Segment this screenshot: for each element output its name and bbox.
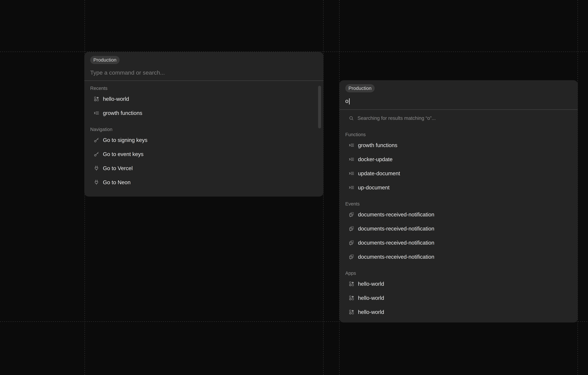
- key-icon: [94, 137, 99, 143]
- item-label: hello-world: [358, 309, 384, 315]
- palette-item[interactable]: documents-received-notification: [345, 250, 572, 264]
- item-label: hello-world: [358, 281, 384, 287]
- palette-item[interactable]: Go to Neon: [90, 175, 317, 189]
- item-label: hello-world: [358, 295, 384, 301]
- environment-badge: Production: [345, 84, 375, 92]
- palette-item[interactable]: hello-world: [90, 92, 317, 106]
- section-label: Functions: [345, 132, 572, 137]
- item-label: up-document: [358, 184, 390, 191]
- item-label: Go to signing keys: [103, 137, 147, 143]
- command-input[interactable]: o: [345, 98, 572, 104]
- function-icon: [348, 171, 355, 176]
- command-palette: Production Type a command or search... R…: [84, 52, 323, 197]
- text-cursor: [349, 98, 350, 104]
- palette-item[interactable]: growth functions: [90, 106, 317, 120]
- function-icon: [94, 110, 99, 116]
- palette-item[interactable]: documents-received-notification: [345, 222, 572, 236]
- palette-item[interactable]: documents-received-notification: [345, 236, 572, 250]
- function-icon: [348, 156, 355, 162]
- item-label: documents-received-notification: [358, 211, 434, 218]
- palette-item[interactable]: documents-received-notification: [345, 207, 572, 222]
- command-input-placeholder: Type a command or search...: [90, 70, 165, 76]
- item-label: docker-update: [358, 156, 393, 162]
- event-icon: [348, 212, 355, 217]
- item-label: Go to Neon: [103, 179, 131, 185]
- apps-icon: [348, 309, 355, 315]
- function-icon: [348, 142, 355, 148]
- item-label: documents-received-notification: [358, 254, 434, 260]
- scrollbar-thumb[interactable]: [318, 86, 321, 128]
- event-icon: [348, 240, 355, 246]
- palette-results-list: Recentshello-worldgrowth functionsNaviga…: [84, 86, 323, 189]
- event-icon: [348, 254, 355, 260]
- palette-item[interactable]: hello-world: [345, 305, 572, 319]
- section-label: Events: [345, 201, 572, 207]
- item-label: growth functions: [358, 142, 397, 148]
- item-label: growth functions: [103, 110, 142, 116]
- item-label: documents-received-notification: [358, 240, 434, 246]
- search-status-row: Searching for results matching “o”...: [345, 111, 572, 125]
- palette-item[interactable]: up-document: [345, 181, 572, 194]
- function-icon: [348, 184, 355, 191]
- apps-icon: [348, 281, 355, 287]
- palette-item[interactable]: Go to signing keys: [90, 133, 317, 147]
- palette-item[interactable]: growth functions: [345, 138, 572, 152]
- environment-badge: Production: [90, 56, 120, 64]
- palette-item[interactable]: update-document: [345, 166, 572, 181]
- palette-results-list: Searching for results matching “o”... Fu…: [339, 111, 578, 319]
- command-input-value: o: [345, 98, 348, 104]
- event-icon: [348, 226, 355, 232]
- search-results-sections: Functionsgrowth functionsdocker-updateup…: [345, 132, 572, 319]
- palette-item[interactable]: Go to event keys: [90, 147, 317, 161]
- search-status-text: Searching for results matching “o”...: [357, 115, 436, 121]
- section-label: Navigation: [90, 127, 317, 132]
- item-label: hello-world: [103, 96, 129, 102]
- item-label: Go to Vercel: [103, 165, 133, 172]
- palette-item[interactable]: docker-update: [345, 152, 572, 166]
- section-label: Apps: [345, 270, 572, 276]
- apps-icon: [348, 295, 355, 301]
- search-icon: [348, 115, 354, 121]
- palette-header: Production Type a command or search...: [84, 52, 323, 81]
- item-label: update-document: [358, 170, 400, 177]
- palette-item[interactable]: hello-world: [345, 291, 572, 305]
- section-label: Recents: [90, 86, 317, 91]
- key-icon: [94, 151, 99, 157]
- item-label: Go to event keys: [103, 151, 144, 157]
- apps-icon: [94, 96, 99, 102]
- plug-icon: [94, 179, 99, 185]
- plug-icon: [94, 165, 99, 171]
- palette-item[interactable]: hello-world: [345, 277, 572, 291]
- item-label: documents-received-notification: [358, 225, 434, 232]
- palette-item[interactable]: Go to Vercel: [90, 161, 317, 175]
- command-input[interactable]: Type a command or search...: [90, 69, 317, 76]
- command-palette-search-results: Production o Searching for results match…: [339, 80, 578, 323]
- palette-header: Production o: [339, 80, 578, 110]
